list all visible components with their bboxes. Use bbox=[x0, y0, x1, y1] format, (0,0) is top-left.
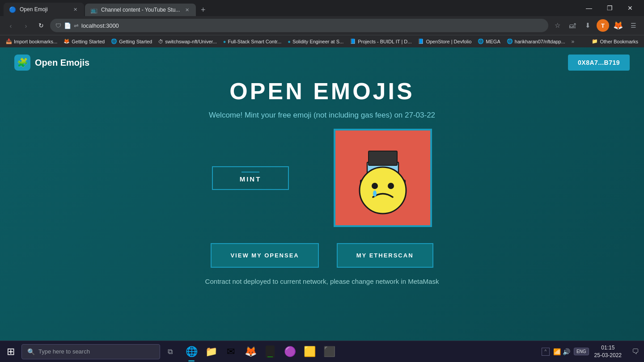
taskbar-search-box[interactable]: 🔍 Type here to search bbox=[21, 344, 160, 359]
tab1-close[interactable]: ✕ bbox=[72, 6, 79, 13]
minimize-button[interactable]: — bbox=[579, 1, 599, 15]
tab1-title: Open Emoji bbox=[20, 6, 68, 13]
svg-point-3 bbox=[360, 167, 406, 214]
taskbar-app-terminal[interactable]: _ bbox=[260, 341, 280, 362]
edge-icon: 🌐 bbox=[186, 346, 198, 358]
new-tab-button[interactable]: + bbox=[197, 4, 209, 16]
close-button[interactable]: ✕ bbox=[620, 1, 640, 15]
svg-point-4 bbox=[372, 183, 378, 189]
blue-circle-icon: ● bbox=[223, 39, 226, 44]
bookmark-fullstack[interactable]: ● Full-Stack Smart Contr... bbox=[220, 38, 284, 45]
logo-icon: 🧩 bbox=[14, 55, 30, 71]
tray-chevron[interactable]: ^ bbox=[542, 348, 550, 356]
taskbar: ⊞ 🔍 Type here to search ⧉ 🌐 📁 ✉ 🦊 bbox=[0, 341, 644, 362]
app-content: 🧩 Open Emojis 0X8A7...B719 OPEN EMOJIS W… bbox=[0, 47, 644, 341]
tab2-title: Channel content - YouTube Stu... bbox=[101, 7, 180, 13]
firefox-taskbar-icon: 🦊 bbox=[245, 346, 257, 358]
forward-button[interactable]: › bbox=[20, 19, 32, 32]
notification-button[interactable]: 🗨 bbox=[627, 341, 644, 362]
back-button[interactable]: ‹ bbox=[4, 19, 17, 32]
sublime-icon: 🟨 bbox=[304, 346, 316, 358]
contract-notice: Contract not deployed to current network… bbox=[205, 278, 439, 285]
taskbar-app-sublime[interactable]: 🟨 bbox=[300, 341, 319, 362]
file-explorer-icon: 📁 bbox=[205, 346, 217, 358]
tab2-close[interactable]: ✕ bbox=[183, 6, 191, 13]
my-etherscan-button[interactable]: MY ETHERSCAN bbox=[337, 243, 433, 268]
browser-window: 🔵 Open Emoji ✕ 📺 Channel content - YouTu… bbox=[0, 0, 644, 362]
import-icon: 📥 bbox=[6, 38, 12, 44]
mint-section: MINT bbox=[212, 166, 289, 190]
window-controls: — ❐ ✕ bbox=[579, 1, 640, 15]
bookmark-harikharan[interactable]: 🌐 harikharan07/nftdapp... bbox=[504, 38, 568, 45]
tray-icon-2[interactable]: 🔊 bbox=[563, 348, 570, 355]
task-view-button[interactable]: ⧉ bbox=[160, 341, 180, 362]
address-bar[interactable]: 🛡 📄 ⇌ localhost:3000 bbox=[50, 19, 548, 32]
clock-time: 01:15 bbox=[601, 344, 614, 352]
bookmark-import[interactable]: 📥 Import bookmarks... bbox=[3, 38, 60, 45]
pocket-button[interactable]: 🛋 bbox=[566, 19, 579, 32]
app-logo: 🧩 Open Emojis bbox=[14, 55, 89, 71]
emoji-display bbox=[334, 129, 432, 227]
bookmarks-bar: 📥 Import bookmarks... 🦊 Getting Started … bbox=[0, 35, 644, 47]
svg-rect-2 bbox=[369, 151, 397, 165]
harikharan-icon: 🌐 bbox=[507, 38, 513, 44]
terminal-icon: _ bbox=[266, 345, 275, 358]
tab1-favicon: 🔵 bbox=[9, 6, 16, 13]
openstore-icon: 📘 bbox=[418, 38, 424, 44]
projects-icon: 📘 bbox=[350, 38, 356, 44]
keyboard-layout[interactable]: ENG bbox=[574, 348, 589, 355]
tor-icon: 🟣 bbox=[284, 346, 296, 358]
blue-circle-icon-2: ● bbox=[288, 39, 291, 44]
profile-button[interactable]: T bbox=[597, 19, 609, 32]
taskbar-app-tor[interactable]: 🟣 bbox=[280, 341, 300, 362]
unknown-app-icon: ⬛ bbox=[323, 346, 335, 358]
system-tray: ^ 📶 🔊 ENG 01:15 25-03-2022 🗨 bbox=[542, 341, 644, 362]
svg-point-5 bbox=[388, 183, 394, 189]
counter-line bbox=[242, 172, 259, 173]
protocol-icon: ⇌ bbox=[74, 22, 79, 29]
app-header: 🧩 Open Emojis 0X8A7...B719 bbox=[0, 47, 644, 78]
firefox-icon: 🦊 bbox=[64, 38, 70, 44]
active-indicator bbox=[188, 360, 195, 362]
wallet-button[interactable]: 0X8A7...B719 bbox=[568, 55, 630, 71]
taskbar-apps: 🌐 📁 ✉ 🦊 _ 🟣 🟨 ⬛ bbox=[182, 341, 339, 362]
menu-button[interactable]: ☰ bbox=[627, 19, 640, 32]
taskbar-app-unknown[interactable]: ⬛ bbox=[319, 341, 339, 362]
bookmark-mega[interactable]: 🌐 MEGA bbox=[475, 38, 503, 45]
bookmark-solidity[interactable]: ● Solidity Engineer at S... bbox=[284, 38, 347, 45]
star-button[interactable]: ☆ bbox=[551, 19, 564, 32]
bookmark-switchswap[interactable]: ⏱ switchswap-nft/Univer... bbox=[155, 38, 220, 45]
maximize-button[interactable]: ❐ bbox=[599, 1, 620, 15]
folder-icon: 📁 bbox=[592, 38, 598, 44]
tab-youtube[interactable]: 📺 Channel content - YouTube Stu... ✕ bbox=[85, 4, 196, 16]
search-placeholder: Type here to search bbox=[38, 348, 90, 355]
center-section: MINT bbox=[212, 129, 432, 227]
tab-strip: 🔵 Open Emoji ✕ 📺 Channel content - YouTu… bbox=[4, 0, 577, 16]
taskbar-app-file-explorer[interactable]: 📁 bbox=[201, 341, 221, 362]
taskbar-app-mail[interactable]: ✉ bbox=[221, 341, 241, 362]
reload-button[interactable]: ↻ bbox=[35, 19, 47, 32]
download-button[interactable]: ⬇ bbox=[581, 19, 594, 32]
mint-button[interactable]: MINT bbox=[240, 175, 262, 183]
bookmark-getting-started-2[interactable]: 🌐 Getting Started bbox=[108, 38, 155, 45]
bookmarks-overflow[interactable]: » bbox=[568, 37, 577, 46]
clock-date: 25-03-2022 bbox=[594, 352, 622, 359]
taskbar-app-edge[interactable]: 🌐 bbox=[182, 341, 201, 362]
tray-icon-1[interactable]: 📶 bbox=[553, 348, 561, 355]
security-icon: 🛡 bbox=[55, 22, 61, 29]
mint-counter-box: MINT bbox=[212, 166, 289, 190]
bookmark-openstore[interactable]: 📘 OpenStore | Devfolio bbox=[415, 38, 475, 45]
browser-toolbar: ‹ › ↻ 🛡 📄 ⇌ localhost:3000 ☆ 🛋 ⬇ T 🦊 ☰ bbox=[0, 16, 644, 35]
view-opensea-button[interactable]: VIEW MY OPENSEA bbox=[211, 243, 318, 268]
taskbar-app-firefox[interactable]: 🦊 bbox=[241, 341, 260, 362]
search-icon: 🔍 bbox=[27, 348, 35, 355]
system-clock[interactable]: 01:15 25-03-2022 bbox=[590, 344, 626, 359]
other-bookmarks[interactable]: 📁 Other Bookmarks bbox=[589, 38, 641, 45]
start-button[interactable]: ⊞ bbox=[0, 341, 21, 362]
app-logo-text: Open Emojis bbox=[35, 58, 89, 68]
bookmark-getting-started-1[interactable]: 🦊 Getting Started bbox=[60, 38, 108, 45]
mail-icon: ✉ bbox=[227, 346, 235, 358]
tab-open-emoji[interactable]: 🔵 Open Emoji ✕ bbox=[4, 3, 84, 16]
tray-icons: 📶 🔊 bbox=[551, 348, 573, 355]
bookmark-projects[interactable]: 📘 Projects - BUIDL IT | D... bbox=[347, 38, 415, 45]
